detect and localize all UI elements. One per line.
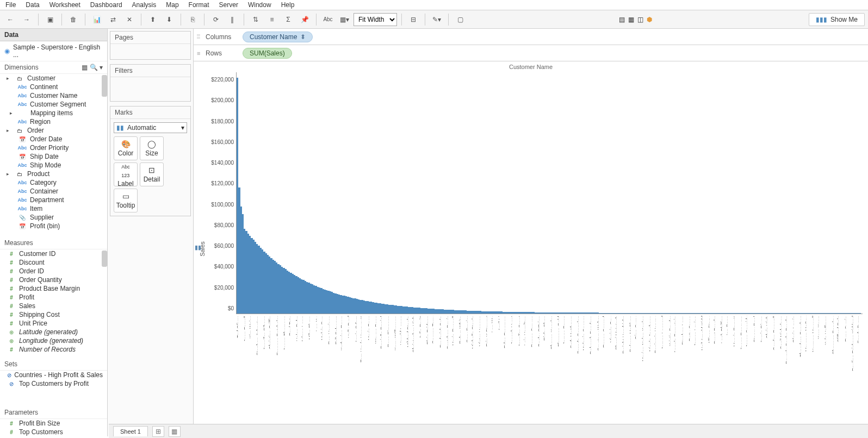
dim-field[interactable]: ▸Mapping items [0, 109, 107, 117]
plot-area[interactable] [236, 72, 863, 314]
sort-bars-icon[interactable]: ≡ [265, 12, 279, 27]
back-icon[interactable]: ← [3, 12, 17, 27]
sort-icon[interactable]: ⬍ [300, 33, 306, 41]
new-worksheet-icon[interactable]: ⊞ [152, 426, 164, 437]
measure-field[interactable]: ⊕Latitude (generated) [0, 328, 107, 336]
menu-format[interactable]: Format [189, 1, 209, 9]
columns-pill[interactable]: Customer Name ⬍ [243, 32, 313, 42]
grid-icon[interactable]: ▦ [628, 16, 634, 23]
dim-field[interactable]: AbcRegion [0, 117, 107, 126]
mark-size-button[interactable]: ◯Size [140, 136, 164, 160]
measure-field[interactable]: #Profit [0, 293, 107, 302]
marks-type-dropdown[interactable]: ▮▮ Automatic ▾ [114, 122, 187, 133]
bar-icon: ▮▮ [116, 124, 124, 132]
menu-server[interactable]: Server [219, 1, 238, 9]
dim-field[interactable]: AbcCustomer Segment [0, 100, 107, 109]
delete-icon[interactable]: 🗑 [66, 12, 80, 27]
menu-worksheet[interactable]: Worksheet [49, 1, 80, 9]
menu-icon[interactable]: ▾ [100, 64, 103, 71]
dim-group[interactable]: ▸🗀Product [0, 170, 107, 178]
measure-field[interactable]: #Shipping Cost [0, 310, 107, 319]
menu-file[interactable]: File [5, 1, 16, 9]
measure-field[interactable]: #Number of Records [0, 345, 107, 354]
pause-icon[interactable]: ‖ [225, 12, 239, 27]
bar[interactable] [859, 313, 861, 314]
dim-field[interactable]: AbcContainer [0, 187, 107, 196]
dim-field[interactable]: 📅Profit (bin) [0, 222, 107, 230]
swap-axes-icon[interactable]: ⇅ [249, 12, 263, 27]
chart-clear-icon[interactable]: ✕ [122, 12, 137, 27]
menu-bar[interactable]: FileDataWorksheetDashboardAnalysisMapFor… [0, 0, 868, 10]
search-icon[interactable]: 🔍 [90, 64, 98, 71]
rows-shelf[interactable]: ≡Rows SUM(Sales) [194, 45, 868, 61]
fit-dropdown[interactable]: Fit Width [354, 13, 397, 26]
fix-axes-icon[interactable]: ⊟ [406, 12, 420, 27]
filters-card[interactable]: Filters [110, 64, 191, 102]
data-panel: Data ◉ Sample - Superstore - English ...… [0, 29, 108, 436]
marks-card[interactable]: Marks ▮▮ Automatic ▾ 🎨Color◯SizeAbc123La… [110, 106, 191, 216]
dim-group[interactable]: ▸🗀Order [0, 126, 107, 135]
measure-field[interactable]: #Customer ID [0, 249, 107, 258]
dim-field[interactable]: AbcOrder Priority [0, 143, 107, 152]
show-me-button[interactable]: ▮▮▮ Show Me [809, 13, 865, 26]
menu-dashboard[interactable]: Dashboard [90, 1, 122, 9]
datasource-item[interactable]: ◉ Sample - Superstore - English ... [0, 41, 107, 61]
pin-icon[interactable]: 📌 [297, 12, 312, 27]
measure-field[interactable]: #Order ID [0, 267, 107, 276]
parameter-field[interactable]: #Top Customers [0, 428, 107, 436]
highlight-icon[interactable]: ✎▾ [430, 12, 444, 27]
dim-field[interactable]: AbcDepartment [0, 196, 107, 204]
set-field[interactable]: ⊘Top Customers by Profit [0, 379, 107, 388]
columns-shelf[interactable]: ⦙⦙⦙Columns Customer Name ⬍ [194, 29, 868, 45]
sort-desc-icon[interactable]: ⬇ [162, 12, 176, 27]
dim-field[interactable]: 📎Supplier [0, 213, 107, 222]
set-field[interactable]: ⊘Countries - High Profit & Sales [0, 371, 107, 379]
mark-color-button[interactable]: 🎨Color [114, 136, 138, 160]
view-icon[interactable]: ▦ [82, 64, 88, 71]
dim-field[interactable]: AbcContinent [0, 83, 107, 91]
datasource-icon: ◉ [4, 47, 10, 55]
forward-icon[interactable]: → [20, 12, 34, 27]
menu-data[interactable]: Data [26, 1, 39, 9]
sheet-tab-1[interactable]: Sheet 1 [113, 426, 148, 436]
measure-field[interactable]: #Order Quantity [0, 276, 107, 284]
measure-field[interactable]: #Unit Price [0, 319, 107, 328]
mark-tooltip-button[interactable]: ▭Tooltip [114, 189, 138, 212]
menu-analysis[interactable]: Analysis [132, 1, 157, 9]
menu-map[interactable]: Map [166, 1, 178, 9]
refresh-icon[interactable]: ⟳ [209, 12, 223, 27]
x-label [862, 316, 864, 414]
measure-field[interactable]: #Product Base Margin [0, 284, 107, 293]
mark-detail-button[interactable]: ⊡Detail [140, 162, 164, 186]
measure-field[interactable]: #Discount [0, 258, 107, 267]
abc-label-icon[interactable]: Abc [321, 12, 335, 27]
cards-icon[interactable]: ▤ [619, 16, 625, 23]
save-icon[interactable]: ▣ [43, 12, 57, 27]
dim-field[interactable]: AbcCustomer Name [0, 91, 107, 100]
window-icon[interactable]: ◫ [637, 16, 643, 23]
chart-add-icon[interactable]: 📊 [90, 12, 104, 27]
measure-field[interactable]: ⊕Longitude (generated) [0, 336, 107, 345]
dim-field[interactable]: 📅Order Date [0, 135, 107, 143]
sort-asc-icon[interactable]: ⬆ [146, 12, 160, 27]
rows-icon: ≡ [197, 50, 200, 57]
chart-swap-icon[interactable]: ⇄ [106, 12, 120, 27]
rows-pill[interactable]: SUM(Sales) [243, 48, 292, 59]
parameter-field[interactable]: #Profit Bin Size [0, 419, 107, 428]
dim-field[interactable]: 📅Ship Date [0, 152, 107, 161]
menu-window[interactable]: Window [248, 1, 271, 9]
chart-type-icon[interactable]: ▦▾ [337, 12, 351, 27]
dim-group[interactable]: ▸🗀Customer [0, 74, 107, 83]
dim-field[interactable]: AbcShip Mode [0, 161, 107, 170]
dim-field[interactable]: AbcItem [0, 204, 107, 213]
home-icon[interactable]: ⬢ [647, 16, 652, 23]
presentation-icon[interactable]: ▢ [453, 12, 467, 27]
mark-label-button[interactable]: Abc123Label [114, 162, 138, 186]
measure-field[interactable]: #Sales [0, 302, 107, 310]
dim-field[interactable]: AbcCategory [0, 178, 107, 187]
menu-help[interactable]: Help [281, 1, 295, 9]
totals-icon[interactable]: Σ [281, 12, 295, 27]
new-dashboard-icon[interactable]: ▦ [169, 426, 181, 437]
group-icon[interactable]: ⎘ [185, 12, 200, 27]
pages-card[interactable]: Pages [110, 31, 191, 60]
